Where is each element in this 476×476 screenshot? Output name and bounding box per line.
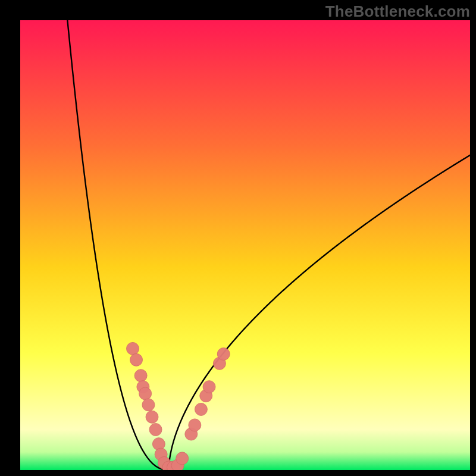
data-marker (134, 369, 147, 382)
data-marker (195, 403, 207, 415)
data-marker (146, 411, 158, 423)
plot-area (20, 20, 470, 470)
data-marker (217, 347, 230, 360)
data-marker (130, 353, 143, 366)
watermark-text: TheBottleneck.com (325, 2, 470, 21)
data-marker (149, 423, 162, 436)
data-marker (139, 387, 152, 400)
svg-rect-0 (20, 20, 470, 470)
data-marker (189, 419, 201, 431)
data-marker (142, 399, 155, 411)
outer-frame: TheBottleneck.com (0, 0, 476, 476)
data-marker (127, 342, 139, 355)
data-marker (203, 381, 215, 393)
data-marker (176, 452, 189, 465)
chart-svg (20, 20, 470, 470)
